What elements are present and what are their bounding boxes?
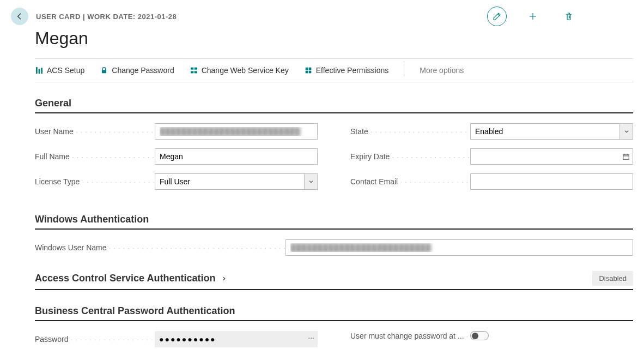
field-label-email: Contact Email: [350, 177, 470, 186]
back-button[interactable]: [11, 8, 28, 25]
chevron-right-icon: [221, 276, 227, 281]
page-title: Megan: [35, 28, 633, 49]
password-input[interactable]: [155, 331, 318, 347]
section-title-bcpwd: Business Central Password Authentication: [35, 305, 235, 317]
contact-email-input[interactable]: [470, 173, 633, 190]
user-name-input[interactable]: [155, 123, 318, 140]
svg-rect-2: [41, 68, 42, 74]
dropdown-button[interactable]: [304, 174, 317, 189]
status-badge: Disabled: [592, 271, 633, 286]
field-label-username: User Name: [35, 127, 155, 136]
field-label-fullname: Full Name: [35, 152, 155, 161]
must-change-toggle[interactable]: [470, 331, 489, 340]
field-label-expiry: Expiry Date: [350, 152, 470, 161]
svg-rect-10: [305, 71, 308, 74]
arrow-left-icon: [15, 12, 24, 21]
toolbar-label: Effective Permissions: [316, 66, 389, 75]
toolbar-label: ACS Setup: [47, 66, 84, 75]
key-icon: [190, 66, 198, 75]
field-label-winuser: Windows User Name: [35, 243, 285, 252]
section-title-acsauth[interactable]: Access Control Service Authentication: [35, 273, 227, 284]
svg-rect-7: [194, 71, 197, 73]
field-label-mustchange: User must change password at ...: [350, 332, 470, 340]
toolbar-label: Change Password: [112, 66, 174, 75]
full-name-input[interactable]: [155, 148, 318, 165]
password-more-button[interactable]: ···: [308, 333, 314, 342]
lock-icon: [100, 66, 108, 75]
effective-permissions-action[interactable]: Effective Permissions: [304, 66, 389, 75]
field-label-state: State: [350, 127, 470, 136]
change-password-action[interactable]: Change Password: [100, 66, 174, 75]
more-options-action[interactable]: More options: [420, 66, 464, 75]
dropdown-button[interactable]: [619, 124, 633, 139]
settings-icon: [35, 66, 44, 75]
edit-button[interactable]: [487, 7, 507, 26]
toolbar-separator: [404, 64, 404, 76]
chevron-down-icon: [624, 129, 629, 134]
section-title-general: General: [35, 98, 71, 109]
license-type-select[interactable]: [155, 173, 318, 190]
trash-icon: [564, 11, 574, 21]
section-title-winauth: Windows Authentication: [35, 214, 149, 225]
svg-rect-12: [623, 154, 629, 159]
svg-rect-0: [36, 67, 38, 74]
svg-rect-6: [191, 71, 193, 73]
acs-setup-action[interactable]: ACS Setup: [35, 66, 84, 75]
state-select[interactable]: [470, 123, 633, 140]
svg-rect-3: [102, 70, 106, 73]
calendar-icon: [622, 153, 630, 160]
svg-rect-11: [308, 71, 311, 74]
svg-rect-1: [39, 69, 40, 74]
svg-rect-9: [308, 68, 311, 70]
delete-button[interactable]: [559, 7, 579, 26]
change-web-key-action[interactable]: Change Web Service Key: [190, 66, 289, 75]
chevron-down-icon: [308, 179, 314, 184]
field-label-password: Password: [35, 335, 155, 344]
svg-rect-8: [305, 68, 308, 70]
svg-rect-4: [191, 68, 193, 70]
permissions-icon: [304, 66, 313, 75]
expiry-date-input[interactable]: [470, 148, 633, 165]
svg-rect-5: [194, 68, 197, 70]
date-picker-button[interactable]: [619, 149, 633, 164]
windows-user-input[interactable]: [285, 239, 633, 256]
breadcrumb: USER CARD | WORK DATE: 2021-01-28: [36, 13, 177, 21]
pencil-icon: [492, 11, 502, 21]
plus-icon: [528, 11, 538, 21]
new-button[interactable]: [523, 7, 543, 26]
toolbar-label: Change Web Service Key: [202, 66, 289, 75]
field-label-licensetype: License Type: [35, 177, 155, 186]
